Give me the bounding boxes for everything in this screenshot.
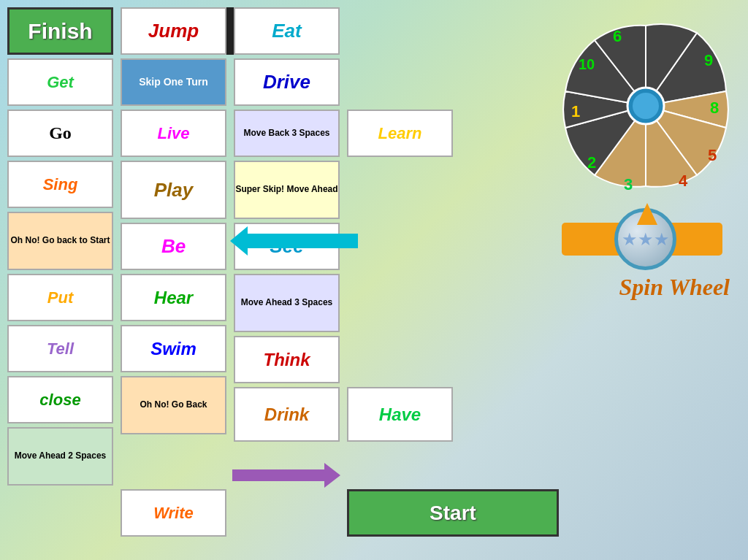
spin-wheel-label: Spin Wheel bbox=[619, 274, 730, 301]
wheel-up-arrow bbox=[637, 203, 657, 225]
finish-label: Finish bbox=[28, 19, 92, 44]
cell-play: Play bbox=[121, 161, 226, 219]
cell-think: Think bbox=[234, 336, 340, 383]
cell-oh-no: Oh No! Go back to Start bbox=[7, 212, 113, 270]
cell-jump: Jump bbox=[121, 7, 226, 55]
svg-text:5: 5 bbox=[708, 146, 717, 164]
cell-write: Write bbox=[121, 489, 226, 537]
spin-wheel-container: 9 8 5 4 3 2 1 10 6 bbox=[551, 11, 741, 201]
cell-move-back-3: Move Back 3 Spaces bbox=[234, 110, 340, 157]
cell-get: Get bbox=[7, 58, 113, 106]
svg-text:3: 3 bbox=[624, 175, 633, 193]
cell-start: Start bbox=[347, 489, 559, 537]
cell-super-skip: Super Skip! Move Ahead bbox=[234, 161, 340, 219]
cell-move-ahead-2: Move Ahead 2 Spaces bbox=[7, 427, 113, 486]
svg-text:10: 10 bbox=[579, 56, 595, 72]
arrow-head-left bbox=[230, 226, 248, 256]
cell-put: Put bbox=[7, 274, 113, 321]
cell-swim: Swim bbox=[121, 325, 226, 372]
cell-live: Live bbox=[121, 110, 226, 157]
cell-oh-no-back: Oh No! Go Back bbox=[121, 376, 226, 434]
finish-cell: Finish bbox=[7, 7, 113, 55]
cell-sing: Sing bbox=[7, 161, 113, 208]
svg-text:9: 9 bbox=[704, 51, 713, 69]
cell-learn: Learn bbox=[347, 110, 453, 157]
cell-tell: Tell bbox=[7, 325, 113, 372]
svg-text:2: 2 bbox=[587, 153, 596, 172]
cell-move-ahead-3: Move Ahead 3 Spaces bbox=[234, 274, 340, 332]
cell-eat: Eat bbox=[234, 7, 340, 55]
svg-text:8: 8 bbox=[710, 99, 719, 117]
star-icon: ★★★ bbox=[622, 229, 670, 250]
cell-go: Go bbox=[7, 110, 113, 157]
cell-hear: Hear bbox=[121, 274, 226, 321]
cell-drive: Drive bbox=[234, 58, 340, 106]
oh-no-arrow bbox=[232, 469, 327, 481]
super-skip-arrow bbox=[245, 234, 358, 248]
svg-text:6: 6 bbox=[613, 27, 622, 45]
cell-be: Be bbox=[121, 223, 226, 270]
arrow-head-right bbox=[324, 463, 340, 488]
cell-drink: Drink bbox=[234, 387, 340, 442]
wheel-svg: 9 8 5 4 3 2 1 10 6 bbox=[551, 11, 741, 201]
svg-point-10 bbox=[633, 93, 659, 119]
cell-skip: Skip One Turn bbox=[121, 58, 226, 106]
cell-have: Have bbox=[347, 387, 453, 442]
cell-close: close bbox=[7, 376, 113, 423]
svg-text:1: 1 bbox=[571, 102, 580, 120]
svg-text:4: 4 bbox=[679, 172, 688, 190]
